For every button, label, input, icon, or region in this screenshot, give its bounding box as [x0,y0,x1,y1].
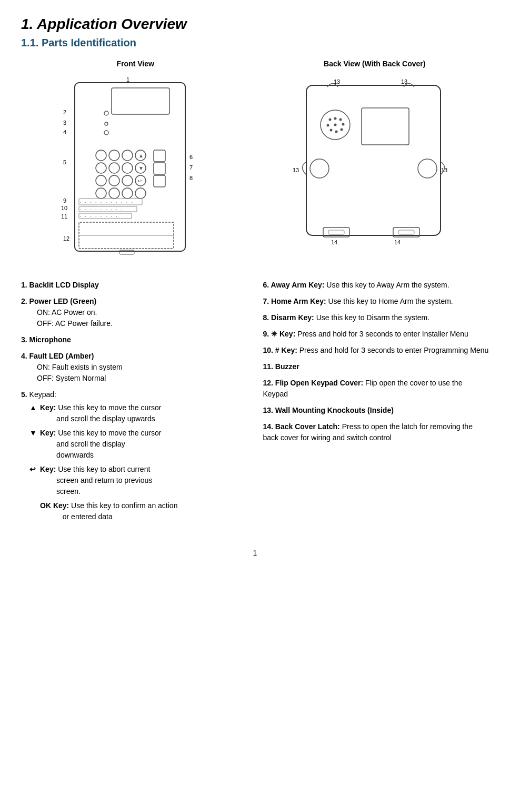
page-number: 1 [21,549,489,557]
svg-text:• • • • • • • • • • •: • • • • • • • • • • • [80,201,134,204]
part-8: 8. Disarm Key: Use this key to Disarm th… [263,312,489,323]
part-10-label: 10. # Key: [263,346,297,354]
part-13: 13. Wall Mounting Knockouts (Inside) [263,405,489,416]
svg-text:▲: ▲ [138,153,144,159]
svg-point-70 [310,159,329,178]
svg-point-59 [335,131,337,133]
part-12: 12. Flip Open Keypad Cover: Flip open th… [263,378,489,400]
part-2-sub1: ON: AC Power on. [37,307,247,318]
svg-text:13: 13 [293,167,299,173]
part-10: 10. # Key: Press and hold for 3 seconds … [263,345,489,356]
svg-point-15 [105,122,108,125]
svg-point-24 [109,163,119,173]
svg-point-18 [109,150,119,161]
part-5-up-key: ▲ Key: Use this key to move the cursor a… [29,402,247,424]
front-view-svg: 1 2 3 4 5 6 7 8 9 10 11 12 [59,72,212,267]
part-5-label: 5. [21,390,27,399]
svg-point-38 [135,188,146,199]
svg-rect-13 [112,88,169,114]
part-1-label: 1. Backlit LCD Display [21,281,99,289]
part-1: 1. Backlit LCD Display [21,280,247,291]
parts-description: 1. Backlit LCD Display 2. Power LED (Gre… [21,280,489,528]
svg-point-54 [328,118,331,121]
svg-text:14: 14 [331,239,337,245]
svg-text:12: 12 [63,235,69,242]
svg-point-16 [104,131,108,135]
parts-left-col: 1. Backlit LCD Display 2. Power LED (Gre… [21,280,247,528]
svg-point-25 [122,163,133,173]
part-5-subitems: ▲ Key: Use this key to move the cursor a… [29,402,247,522]
part-12-label: 12. Flip Open Keypad Cover: [263,379,364,387]
part-2-sub2: OFF: AC Power failure. [37,318,247,329]
part-4: 4. Fault LED (Amber) ON: Fault exists in… [21,351,247,384]
svg-text:9: 9 [63,197,66,204]
part-14: 14. Back Cover Latch: Press to open the … [263,421,489,443]
part-11: 11. Buzzer [263,361,489,372]
svg-rect-28 [154,163,165,174]
part-5: 5. Keypad: ▲ Key: Use this key to move t… [21,389,247,522]
svg-rect-67 [328,230,344,234]
part-14-label: 14. Back Cover Latch: [263,422,340,431]
svg-text:2: 2 [63,109,66,115]
svg-text:11: 11 [61,213,67,220]
diagrams-row: Front View 1 2 3 4 5 6 7 8 9 10 11 12 [21,60,489,267]
part-4-sub1: ON: Fault exists in system [37,362,247,373]
svg-point-23 [96,163,106,173]
svg-point-61 [326,124,329,127]
svg-text:5: 5 [63,159,66,165]
section-title: 1.1. Parts Identification [21,37,489,49]
part-7-label: 7. Home Arm Key: [263,297,326,305]
svg-point-30 [109,175,119,186]
svg-point-35 [96,188,106,199]
svg-rect-63 [362,108,409,145]
svg-text:1: 1 [126,76,129,83]
part-3: 3. Microphone [21,334,247,345]
svg-point-60 [329,129,332,132]
part-3-label: 3. Microphone [21,335,71,344]
part-9: 9. ✳ Key: Press and hold for 3 seconds t… [263,329,489,340]
svg-point-58 [340,128,343,131]
part-4-label: 4. Fault LED (Amber) [21,352,94,360]
parts-right-col: 6. Away Arm Key: Use this key to Away Ar… [263,280,489,528]
svg-text:• • • • • • • • •: • • • • • • • • • [80,208,124,211]
svg-rect-69 [398,230,414,234]
back-view-block: Back View (With Back Cover) 13 13 13 13 [261,60,489,267]
svg-text:↩: ↩ [137,178,142,184]
svg-point-57 [342,123,344,126]
back-view-svg: 13 13 13 13 [291,72,459,267]
svg-point-62 [334,124,336,126]
svg-point-55 [334,117,336,120]
svg-text:10: 10 [61,205,67,211]
part-2: 2. Power LED (Green) ON: AC Power on. OF… [21,296,247,329]
svg-point-36 [109,188,119,199]
part-7: 7. Home Arm Key: Use this key to Home Ar… [263,296,489,307]
svg-point-71 [418,159,437,178]
page-title: 1. Application Overview [21,16,489,33]
svg-text:14: 14 [394,239,401,245]
svg-text:▼: ▼ [138,165,144,171]
front-view-title: Front View [117,60,154,68]
svg-text:7: 7 [189,164,193,171]
front-view-block: Front View 1 2 3 4 5 6 7 8 9 10 11 12 [21,60,250,267]
svg-text:4: 4 [63,129,66,135]
part-2-label: 2. Power LED (Green) [21,297,96,305]
part-5-back-key: ↩ Key: Use this key to abort current scr… [29,464,247,497]
part-8-label: 8. Disarm Key: [263,313,314,322]
svg-point-19 [122,150,133,161]
svg-text:6: 6 [189,154,193,160]
svg-point-37 [122,188,133,199]
svg-point-29 [96,175,106,186]
svg-point-17 [96,150,106,161]
svg-point-56 [339,118,342,121]
part-5-down-key: ▼ Key: Use this key to move the cursor a… [29,428,247,461]
svg-point-14 [104,111,108,115]
back-view-title: Back View (With Back Cover) [324,60,425,68]
svg-point-31 [122,175,133,186]
part-9-label: 9. ✳ Key: [263,330,296,338]
svg-rect-22 [154,150,165,162]
svg-text:8: 8 [189,175,193,181]
svg-text:3: 3 [63,120,66,126]
svg-text:• • • • • • • •: • • • • • • • • [80,215,118,218]
part-11-label: 11. Buzzer [263,362,299,371]
part-13-label: 13. Wall Mounting Knockouts (Inside) [263,406,394,414]
